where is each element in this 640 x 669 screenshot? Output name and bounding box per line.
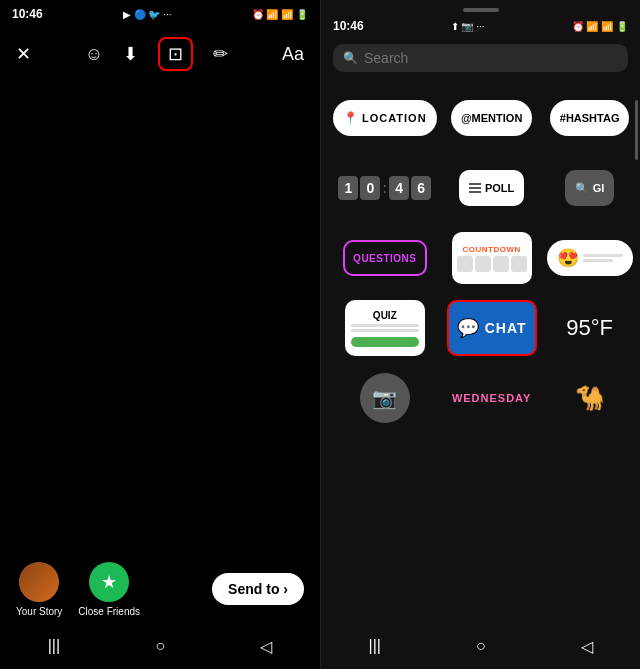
close-friends-avatar: ★ [89, 562, 129, 602]
clock-sticker: 1 0 : 4 6 [338, 176, 431, 200]
nav-home-icon-left[interactable]: ○ [155, 637, 165, 655]
status-bar-left: 10:46 ▶ 🔵 🐦 ··· ⏰ 📶 📶 🔋 [0, 0, 320, 28]
countdown-label: COUNTDOWN [462, 245, 520, 254]
sticker-icon: ⊡ [168, 43, 183, 65]
wednesday-label: WEDNESDAY [452, 392, 532, 404]
emoji-slider-sticker: 😍 [547, 240, 633, 276]
battery-icon-right: ⬆ 📷 ··· [451, 21, 485, 32]
quiz-lines [351, 324, 419, 332]
sticker-item-clock[interactable]: 1 0 : 4 6 [333, 158, 437, 218]
text-icon[interactable]: Aa [282, 44, 304, 65]
mention-sticker: @MENTION [451, 100, 532, 136]
camera-button[interactable]: 📷 [360, 373, 410, 423]
signal-icon-right: ⏰ 📶 📶 🔋 [572, 21, 628, 32]
sticker-item-location[interactable]: 📍 LOCATION [333, 88, 437, 148]
nav-back-icon-left[interactable]: ◁ [260, 637, 272, 656]
signal-icon-left: ▶ 🔵 🐦 ··· [123, 9, 172, 20]
stickers-grid: 📍 LOCATION @MENTION #HASHTAG 1 0 : 4 6 [321, 80, 640, 629]
sticker-item-hashtag[interactable]: #HASHTAG [547, 88, 633, 148]
gif-label: GI [593, 182, 605, 194]
status-network-right: ⏰ 📶 📶 🔋 [572, 21, 628, 32]
camel-sticker: 🐪 [575, 384, 605, 412]
emoji-face-icon: 😍 [557, 247, 579, 269]
right-panel: 10:46 ⬆ 📷 ··· ⏰ 📶 📶 🔋 🔍 📍 LOCATION @MENT… [320, 0, 640, 669]
camel-icon: 🐪 [575, 384, 605, 412]
sticker-item-emoji-slider[interactable]: 😍 [547, 228, 633, 288]
your-story-avatar [19, 562, 59, 602]
countdown-blocks [457, 256, 527, 272]
search-bar[interactable]: 🔍 [333, 44, 628, 72]
poll-sticker: POLL [459, 170, 524, 206]
emoji-bar-1 [583, 254, 623, 257]
nav-home-icon-right[interactable]: ○ [476, 637, 486, 655]
poll-line-1 [469, 183, 481, 185]
quiz-sticker: QUIZ [345, 300, 425, 356]
hashtag-sticker: #HASHTAG [550, 100, 630, 136]
camera-icon: 📷 [372, 386, 397, 410]
quiz-label: QUIZ [373, 310, 397, 321]
scrollbar [635, 100, 638, 160]
canvas-area [0, 80, 320, 549]
chat-bubble-icon: 💬 [457, 317, 479, 339]
poll-label: POLL [485, 182, 514, 194]
countdown-block-2 [475, 256, 491, 272]
status-icons-left: ▶ 🔵 🐦 ··· [123, 9, 172, 20]
quiz-line-1 [351, 324, 419, 327]
clock-digit-3: 4 [389, 176, 409, 200]
location-sticker: 📍 LOCATION [333, 100, 437, 136]
your-story-thumb[interactable]: Your Story [16, 562, 62, 617]
sticker-item-wednesday[interactable]: WEDNESDAY [447, 368, 537, 428]
chat-sticker: 💬 CHAT [447, 300, 537, 356]
clock-colon: : [382, 180, 387, 196]
close-friends-thumb[interactable]: ★ Close Friends [78, 562, 140, 617]
sticker-item-chat[interactable]: 💬 CHAT [447, 298, 537, 358]
drag-handle[interactable] [463, 8, 499, 12]
poll-line-2 [469, 187, 481, 189]
your-story-label: Your Story [16, 606, 62, 617]
avatar-img [19, 562, 59, 602]
questions-sticker: QUESTIONS [343, 240, 426, 276]
sticker-item-quiz[interactable]: QUIZ [333, 298, 437, 358]
clock-digit-4: 6 [411, 176, 431, 200]
toolbar: ✕ ☺ ⬇ ⊡ ✏ Aa [0, 28, 320, 80]
poll-line-3 [469, 191, 481, 193]
sticker-item-camel[interactable]: 🐪 [547, 368, 633, 428]
questions-label: QUESTIONS [353, 253, 416, 264]
time-left: 10:46 [12, 7, 43, 21]
sticker-item-countdown[interactable]: COUNTDOWN [447, 228, 537, 288]
sticker-item-camera[interactable]: 📷 [333, 368, 437, 428]
status-icons-right-left: ⏰ 📶 📶 🔋 [252, 9, 308, 20]
sticker-item-mention[interactable]: @MENTION [447, 88, 537, 148]
download-icon[interactable]: ⬇ [123, 43, 138, 65]
sticker-button[interactable]: ⊡ [158, 37, 193, 71]
sticker-item-poll[interactable]: POLL [447, 158, 537, 218]
status-bar-right: 10:46 ⬆ 📷 ··· ⏰ 📶 📶 🔋 [321, 16, 640, 40]
gif-sticker: 🔍 GI [565, 170, 615, 206]
clock-digit-1: 1 [338, 176, 358, 200]
clock-digit-2: 0 [360, 176, 380, 200]
sticker-item-gif[interactable]: 🔍 GI [547, 158, 633, 218]
pencil-icon[interactable]: ✏ [213, 43, 228, 65]
emoji-icon[interactable]: ☺ [85, 44, 103, 65]
send-to-button[interactable]: Send to › [212, 573, 304, 605]
temperature-label: 95°F [566, 315, 613, 341]
location-label: LOCATION [362, 112, 427, 124]
nav-menu-icon-left[interactable]: ||| [48, 637, 60, 655]
nav-menu-icon-right[interactable]: ||| [368, 637, 380, 655]
countdown-block-4 [511, 256, 527, 272]
close-icon[interactable]: ✕ [16, 43, 31, 65]
toolbar-center: ☺ ⬇ ⊡ ✏ [85, 37, 228, 71]
chat-label: CHAT [485, 320, 527, 336]
nav-bar-right: ||| ○ ◁ [321, 629, 640, 669]
left-panel: 10:46 ▶ 🔵 🐦 ··· ⏰ 📶 📶 🔋 ✕ ☺ ⬇ ⊡ ✏ Aa You… [0, 0, 320, 669]
sticker-item-temp[interactable]: 95°F [547, 298, 633, 358]
poll-lines-icon [469, 183, 481, 193]
bottom-bar: Your Story ★ Close Friends Send to › [0, 549, 320, 629]
sticker-item-questions[interactable]: QUESTIONS [333, 228, 437, 288]
nav-bar-left: ||| ○ ◁ [0, 629, 320, 669]
countdown-block-3 [493, 256, 509, 272]
search-icon: 🔍 [343, 51, 358, 65]
nav-back-icon-right[interactable]: ◁ [581, 637, 593, 656]
countdown-sticker: COUNTDOWN [452, 232, 532, 284]
search-input[interactable] [364, 50, 618, 66]
